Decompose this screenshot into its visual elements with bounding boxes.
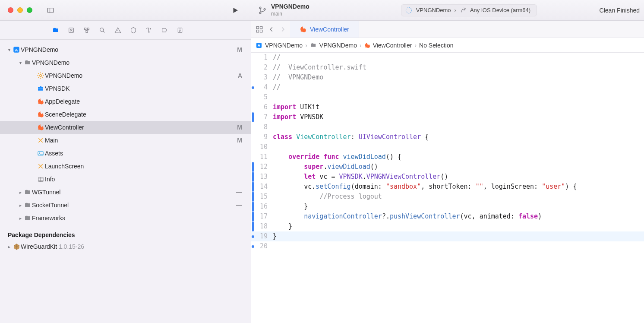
line-number: 14: [255, 182, 273, 192]
disclosure-icon: ▾: [17, 60, 23, 65]
code-line[interactable]: 15 //Process logout: [251, 192, 644, 202]
file-item-info[interactable]: Info: [0, 173, 251, 186]
tree-item-label: VPNSDK: [45, 85, 242, 92]
file-item-assets[interactable]: Assets: [0, 147, 251, 160]
file-item-appdelegate[interactable]: AppDelegate: [0, 95, 251, 108]
change-bar: [251, 142, 255, 152]
group-frameworks[interactable]: ▸ Frameworks: [0, 212, 251, 225]
code-line[interactable]: 16 }: [251, 202, 644, 212]
file-item-vpnsdk[interactable]: VPNSDK: [0, 82, 251, 95]
svg-point-2: [259, 7, 261, 9]
code-line[interactable]: 6 import UIKit: [251, 102, 644, 112]
package-dependencies-header: Package Dependencies: [0, 225, 251, 240]
jump-bar[interactable]: A VPNGNDemo › VPNGNDemo › ViewController…: [251, 38, 644, 53]
issue-navigator-tab[interactable]: [114, 27, 122, 34]
line-number: 13: [255, 172, 273, 182]
file-icon: [23, 189, 32, 196]
scheme-selector[interactable]: VPNGNDemo › Any iOS Device (arm64): [401, 4, 537, 16]
code-line[interactable]: 9 class ViewController: UIViewController…: [251, 132, 644, 142]
code-line[interactable]: 8: [251, 122, 644, 132]
tree-item-label: Main: [45, 137, 237, 144]
group-sockettunnel[interactable]: ▸ SocketTunnel —: [0, 199, 251, 212]
file-item-scenedelegate[interactable]: SceneDelegate: [0, 108, 251, 121]
line-number: 16: [255, 202, 273, 212]
project-group[interactable]: ▾ VPNGNDemo: [0, 56, 251, 69]
change-bar: [251, 92, 255, 102]
debug-navigator-tab[interactable]: [145, 27, 153, 34]
line-number: 6: [255, 102, 273, 112]
chevron-right-icon: ›: [414, 42, 417, 49]
file-item-main[interactable]: Main M: [0, 134, 251, 147]
nav-forward-button[interactable]: [280, 26, 286, 33]
code-content: }: [273, 222, 644, 231]
svg-point-15: [40, 75, 42, 77]
tree-item-label: Assets: [45, 150, 242, 157]
scm-badge: —: [236, 202, 242, 209]
editor-file-tab[interactable]: ViewController: [290, 21, 359, 38]
project-root[interactable]: ▾ A VPNGNDemo M: [0, 43, 251, 56]
line-number: 18: [255, 222, 273, 231]
code-line[interactable]: 1 //: [251, 53, 644, 63]
line-number: 15: [255, 192, 273, 202]
change-bar: [251, 112, 255, 122]
source-control-button[interactable]: VPNGNDemo main: [258, 3, 309, 17]
zoom-window-button[interactable]: [27, 7, 32, 13]
run-button[interactable]: [231, 6, 239, 15]
disclosure-icon: ▾: [6, 48, 12, 52]
source-control-navigator-tab[interactable]: [67, 27, 75, 34]
line-number: 3: [255, 73, 273, 82]
code-line[interactable]: 18 }: [251, 222, 644, 231]
line-number: 17: [255, 212, 273, 222]
change-bar: [251, 53, 255, 63]
file-icon: [36, 111, 45, 118]
symbol-navigator-tab[interactable]: [83, 27, 91, 34]
code-line[interactable]: 20: [251, 241, 644, 251]
code-line[interactable]: 14 vc.setConfig(domain: "sandbox", short…: [251, 182, 644, 192]
code-line[interactable]: 7 import VPNSDK: [251, 112, 644, 122]
code-content: super.viewDidLoad(): [273, 162, 644, 172]
toggle-sidebar-button[interactable]: [47, 6, 54, 14]
file-icon: [36, 176, 45, 183]
tree-item-label: LaunchScreen: [45, 163, 242, 170]
code-content: //: [273, 53, 644, 63]
file-item-launchscreen[interactable]: LaunchScreen: [0, 160, 251, 173]
code-line[interactable]: 11 override func viewDidLoad() {: [251, 152, 644, 162]
code-line[interactable]: 2 // ViewController.swift: [251, 63, 644, 73]
change-bar: [251, 162, 255, 172]
breakpoint-navigator-tab[interactable]: [161, 27, 168, 34]
code-content: //: [273, 82, 644, 92]
code-line[interactable]: 3 // VPNGNDemo: [251, 73, 644, 82]
code-line[interactable]: 17 navigationController?.pushViewControl…: [251, 212, 644, 222]
file-item-viewcontroller[interactable]: ViewController M: [0, 121, 251, 134]
svg-rect-9: [86, 31, 88, 32]
package-item[interactable]: ▸ WireGuardKit 1.0.15-26: [0, 240, 251, 253]
close-window-button[interactable]: [8, 7, 13, 13]
change-bar: [251, 73, 255, 82]
minimize-window-button[interactable]: [17, 7, 23, 13]
file-item-vpngndemo[interactable]: VPNGNDemo A: [0, 69, 251, 82]
tree-item-label: SceneDelegate: [45, 111, 242, 118]
svg-point-4: [264, 8, 265, 10]
change-bar: [251, 82, 255, 92]
svg-text:A: A: [15, 48, 18, 52]
scm-badge: M: [237, 124, 242, 131]
test-navigator-tab[interactable]: [129, 27, 137, 34]
change-bar: [251, 182, 255, 192]
project-navigator-tab[interactable]: [52, 27, 60, 34]
chevron-right-icon: ›: [360, 42, 362, 49]
find-navigator-tab[interactable]: [98, 27, 106, 34]
code-line[interactable]: 19 }: [251, 231, 644, 241]
line-number: 4: [255, 82, 273, 92]
code-editor[interactable]: 1 // 2 // ViewController.swift 3 // VPNG…: [251, 53, 644, 323]
code-line[interactable]: 13 let vc = VPNSDK.VPNGNViewController(): [251, 172, 644, 182]
code-line[interactable]: 12 super.viewDidLoad(): [251, 162, 644, 172]
nav-back-button[interactable]: [268, 26, 275, 33]
svg-rect-7: [85, 28, 86, 29]
code-line[interactable]: 5: [251, 92, 644, 102]
code-line[interactable]: 4 //: [251, 82, 644, 92]
scm-badge: —: [236, 189, 242, 196]
related-items-button[interactable]: [256, 25, 263, 33]
report-navigator-tab[interactable]: [176, 27, 184, 34]
group-wgtunnel[interactable]: ▸ WGTunnel —: [0, 186, 251, 199]
code-line[interactable]: 10: [251, 142, 644, 152]
